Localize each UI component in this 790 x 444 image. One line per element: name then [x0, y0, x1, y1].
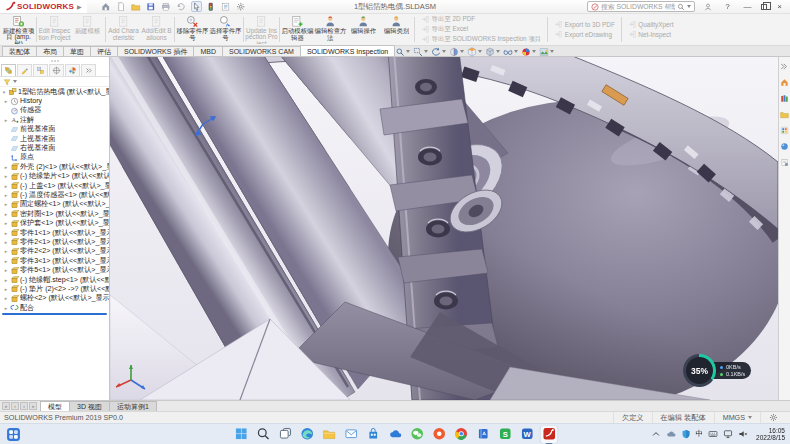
- tab-scroll-button[interactable]: ›: [20, 402, 28, 410]
- displaymanager-tab[interactable]: [65, 64, 80, 76]
- view-palette-tab[interactable]: [780, 126, 789, 135]
- help-search-box[interactable]: 搜索 SOLIDWORKS 帮助: [587, 1, 695, 12]
- appearances-tab[interactable]: [780, 142, 789, 151]
- export-sw-inspection-button[interactable]: 导出至 SOLIDWORKS Inspection 项目: [421, 35, 541, 44]
- dimxpertmanager-tab[interactable]: [49, 64, 64, 76]
- tree-item[interactable]: ▸(-) 绝缘垫片<1> (默认<<默认>_显示: [0, 172, 109, 181]
- tray-display[interactable]: [723, 429, 733, 439]
- graphics-viewport[interactable]: 35% 0KB/s 0.1KB/s: [110, 57, 778, 400]
- edit-category-button[interactable]: 编辑类别: [380, 15, 413, 44]
- qualityxpert-button[interactable]: QualityXpert: [628, 20, 674, 29]
- expand-arrow-icon[interactable]: ▾: [1, 89, 7, 95]
- taskbar-wechat-button[interactable]: [409, 426, 426, 443]
- command-tab[interactable]: SOLIDWORKS 插件: [117, 46, 194, 56]
- tree-item[interactable]: ▸零件2<1> (默认<<默认>_显示状态: [0, 237, 109, 246]
- tree-item[interactable]: ▸零件3<1> (默认<<默认>_显示状态: [0, 256, 109, 265]
- display-style-button[interactable]: [485, 47, 500, 57]
- expand-arrow-icon[interactable]: ▸: [3, 277, 9, 283]
- tree-item[interactable]: 传感器: [0, 106, 109, 115]
- units-caret-icon[interactable]: [748, 416, 752, 419]
- export-edrawing-button[interactable]: Export eDrawing: [554, 30, 615, 39]
- tree-item[interactable]: 前视基准面: [0, 125, 109, 134]
- command-tab[interactable]: 装配体: [2, 46, 37, 56]
- taskbar-app-s-button[interactable]: S: [497, 426, 514, 443]
- open-button[interactable]: [131, 1, 142, 12]
- file-explorer-tab[interactable]: [780, 110, 789, 119]
- collapse-tab[interactable]: [780, 62, 789, 71]
- expand-arrow-icon[interactable]: ▸: [3, 230, 9, 236]
- expand-arrow-icon[interactable]: ▸: [3, 173, 9, 179]
- rollback-bar[interactable]: [2, 313, 107, 315]
- expand-arrow-icon[interactable]: ▸: [3, 295, 9, 301]
- undo-button[interactable]: [176, 1, 187, 12]
- command-tab[interactable]: 评估: [90, 46, 118, 56]
- document-tab[interactable]: 模型: [40, 401, 70, 411]
- update-inspection-project-button[interactable]: Update Inspection Project: [245, 15, 278, 44]
- zoom-area-button[interactable]: [413, 47, 428, 57]
- command-tab[interactable]: SOLIDWORKS Inspection: [300, 45, 395, 56]
- tree-item[interactable]: 上视基准面: [0, 134, 109, 143]
- close-button[interactable]: ×: [772, 1, 787, 13]
- tray-chevron-up[interactable]: [651, 429, 661, 439]
- export-3d-pdf-button[interactable]: Export to 3D PDF: [554, 20, 615, 29]
- tree-item[interactable]: 右视基准面: [0, 143, 109, 152]
- expand-arrow-icon[interactable]: ▸: [3, 286, 9, 292]
- filter-caret-icon[interactable]: [13, 80, 17, 83]
- tree-item[interactable]: ▸零件5<1> (默认<<默认>_显示状态: [0, 265, 109, 274]
- add-characteristic-button[interactable]: Add Characteristic: [107, 15, 140, 44]
- tree-item[interactable]: 原点: [0, 153, 109, 162]
- taskbar-widgets[interactable]: [6, 427, 21, 442]
- tree-item[interactable]: ▸配合: [0, 303, 109, 312]
- select-button[interactable]: [191, 1, 202, 12]
- tray-volume[interactable]: [738, 429, 748, 439]
- tree-item[interactable]: ▸(-) 温度传感器<1> (默认<<默认>_显: [0, 190, 109, 199]
- search-caret-icon[interactable]: [687, 5, 691, 8]
- tree-item[interactable]: ▸螺栓<2> (默认<<默认>_显示状态: [0, 294, 109, 303]
- tree-item[interactable]: ▸History: [0, 96, 109, 105]
- expand-arrow-icon[interactable]: ▸: [3, 183, 9, 189]
- launch-template-editor-button[interactable]: 启动模板编辑器: [281, 15, 314, 44]
- filter-icon[interactable]: [3, 78, 11, 86]
- expand-arrow-icon[interactable]: ▸: [3, 305, 9, 311]
- tab-scroll-button[interactable]: »: [29, 402, 37, 410]
- search-icon[interactable]: [677, 3, 685, 11]
- section-view-button[interactable]: [449, 47, 464, 57]
- taskbar-edge-button[interactable]: [299, 426, 316, 443]
- expand-arrow-icon[interactable]: ▸: [3, 239, 9, 245]
- select-balloons-button[interactable]: 选择零件序号: [209, 15, 242, 44]
- tree-item[interactable]: ▸零件1<1> (默认<<默认>_显示状态: [0, 228, 109, 237]
- edit-operation-button[interactable]: 编辑操作: [347, 15, 380, 44]
- help-button[interactable]: ?: [720, 1, 735, 13]
- taskbar-start-button[interactable]: [233, 426, 250, 443]
- tree-item[interactable]: ▸保护套<1> (默认<<默认>_显示状态: [0, 218, 109, 227]
- taskbar-solidworks-button[interactable]: [541, 426, 558, 443]
- taskbar-dictionary-button[interactable]: [475, 426, 492, 443]
- export-excel-button[interactable]: 导出至 Excel: [421, 25, 541, 34]
- rebuild-button[interactable]: [206, 1, 217, 12]
- tray-ime-indicator[interactable]: 中: [696, 429, 704, 439]
- status-item[interactable]: MMGS: [714, 412, 760, 423]
- edit-inspection-project-button[interactable]: Edit Inspection Project: [38, 15, 71, 44]
- taskbar-file-explorer-taskbar-button[interactable]: [321, 426, 338, 443]
- document-tab[interactable]: 3D 视图: [69, 401, 110, 411]
- expand-arrow-icon[interactable]: ▸: [3, 248, 9, 254]
- panel-drag-handle[interactable]: [0, 57, 109, 64]
- tab-scroll-button[interactable]: «: [2, 402, 10, 410]
- tab-scroll-button[interactable]: ‹: [11, 402, 19, 410]
- hide-items-button[interactable]: [503, 47, 518, 57]
- propertymanager-tab[interactable]: [17, 64, 32, 76]
- expand-arrow-icon[interactable]: ▸: [3, 220, 9, 226]
- edit-inspection-method-button[interactable]: 编辑检查方法: [314, 15, 347, 44]
- taskbar-search-taskbar-button[interactable]: [255, 426, 272, 443]
- taskbar-onedrive-button[interactable]: [387, 426, 404, 443]
- view-orientation-button[interactable]: [467, 47, 482, 57]
- tree-item[interactable]: ▸(-) 绝缘帽.step<1> (默认<<默认>_: [0, 275, 109, 284]
- taskbar-store-button[interactable]: [365, 426, 382, 443]
- tray-keyboard[interactable]: [708, 429, 718, 439]
- previous-view-button[interactable]: [431, 47, 446, 57]
- home-button[interactable]: [101, 1, 112, 12]
- file-properties-button[interactable]: [221, 1, 232, 12]
- save-button[interactable]: [146, 1, 157, 12]
- minimize-button[interactable]: —: [740, 1, 755, 13]
- document-tab[interactable]: 运动算例1: [109, 401, 157, 411]
